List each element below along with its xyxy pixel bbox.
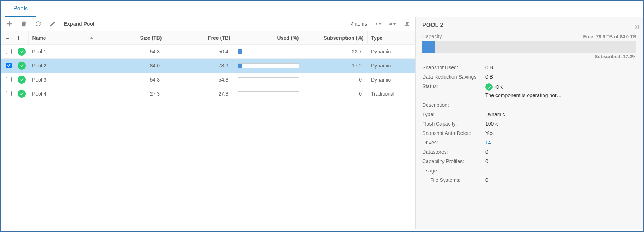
status-message: The component is operating nor… (422, 92, 636, 98)
drives-label: Drives: (422, 140, 485, 145)
refresh-icon[interactable] (35, 21, 41, 27)
table-row[interactable]: Pool 284.078.917.2Dynamic (1, 58, 415, 73)
col-used-header[interactable]: Used (%) (234, 31, 303, 45)
sort-asc-icon (90, 36, 93, 39)
capacity-free-text: Free: 78.9 TB of 84.0 TB (583, 34, 636, 39)
status-ok-icon (18, 62, 26, 70)
autodelete-value: Yes (485, 130, 494, 136)
status-label: Status: (422, 83, 485, 91)
row-name: Pool 2 (28, 58, 97, 73)
col-status-header[interactable]: ! (14, 31, 28, 45)
status-ok-icon (485, 83, 493, 91)
type-value: Dynamic (485, 111, 505, 117)
row-sub: 0 (303, 73, 367, 87)
edit-icon[interactable] (49, 21, 56, 27)
snapshot-used-value: 0 B (485, 65, 493, 70)
status-ok-icon (18, 48, 26, 56)
snapshot-used-label: Snapshot Used: (422, 65, 485, 70)
filesystems-label: File Systems: (422, 177, 485, 183)
subscribed-text: Subscribed: 17.2% (422, 54, 636, 59)
datastores-value: 0 (485, 149, 488, 155)
delete-icon[interactable] (21, 21, 27, 27)
row-free: 50.4 (166, 44, 234, 58)
row-checkbox[interactable] (6, 49, 12, 54)
row-type: Dynamic (367, 58, 415, 73)
col-free-header[interactable]: Free (TB) (166, 31, 234, 45)
row-sub: 17.2 (303, 58, 367, 73)
row-size: 54.3 (97, 44, 166, 58)
export-icon[interactable] (404, 21, 410, 27)
capacity-fill (422, 41, 435, 53)
table-row[interactable]: Pool 427.327.30Traditional (1, 87, 415, 101)
select-all-checkbox[interactable] (5, 36, 10, 41)
table-row[interactable]: Pool 154.350.422.7Dynamic (1, 44, 415, 58)
gear-icon[interactable] (389, 21, 396, 27)
flash-label: Flash Capacity: (422, 121, 485, 127)
item-count: 4 items (351, 21, 367, 27)
row-checkbox[interactable] (6, 91, 12, 96)
tab-pools[interactable]: Pools (5, 1, 36, 17)
profiles-value: 0 (485, 158, 488, 164)
row-name: Pool 1 (28, 44, 97, 58)
row-checkbox[interactable] (6, 63, 12, 68)
flash-value: 100% (485, 121, 498, 127)
detail-title: POOL 2 (422, 22, 636, 29)
row-name: Pool 3 (28, 73, 97, 87)
row-checkbox[interactable] (6, 77, 12, 82)
data-reduction-value: 0 B (485, 74, 493, 80)
add-icon[interactable] (6, 21, 13, 27)
usage-bar (238, 91, 299, 96)
row-size: 84.0 (97, 58, 166, 73)
profiles-label: Capability Profiles: (422, 158, 485, 164)
usage-bar (238, 77, 299, 82)
col-name-header[interactable]: Name (28, 31, 97, 45)
filesystems-value: 0 (485, 177, 488, 183)
col-type-header[interactable]: Type (367, 31, 415, 45)
type-label: Type: (422, 111, 485, 117)
autodelete-label: Snapshot Auto-Delete: (422, 130, 485, 136)
status-ok-icon (18, 90, 26, 98)
drives-value[interactable]: 14 (485, 140, 491, 145)
row-free: 54.3 (166, 73, 234, 87)
col-size-header[interactable]: Size (TB) (97, 31, 166, 45)
row-free: 78.9 (166, 58, 234, 73)
row-sub: 22.7 (303, 44, 367, 58)
row-size: 54.3 (97, 73, 166, 87)
usage-label: Usage: (422, 168, 485, 174)
row-name: Pool 4 (28, 87, 97, 101)
row-type: Dynamic (367, 73, 415, 87)
row-type: Dynamic (367, 44, 415, 58)
row-type: Traditional (367, 87, 415, 101)
capacity-label: Capacity (422, 34, 442, 39)
col-name-label: Name (32, 35, 46, 41)
col-sub-header[interactable]: Subscription (%) (303, 31, 367, 45)
pools-table: ! Name Size (TB) Free (TB) Used (%) Subs… (1, 31, 415, 101)
description-label: Description: (422, 102, 485, 108)
usage-bar (238, 63, 299, 68)
table-row[interactable]: Pool 354.354.30Dynamic (1, 73, 415, 87)
status-text: OK (495, 84, 503, 90)
row-sub: 0 (303, 87, 367, 101)
expand-pool-button[interactable]: Expand Pool (64, 21, 94, 27)
data-reduction-label: Data Reduction Savings: (422, 74, 485, 80)
filter-icon[interactable] (375, 21, 381, 27)
datastores-label: Datastores: (422, 149, 485, 155)
collapse-panel-icon[interactable]: » (634, 21, 640, 32)
row-free: 27.3 (166, 87, 234, 101)
row-size: 27.3 (97, 87, 166, 101)
capacity-bar (422, 41, 636, 53)
status-ok-icon (18, 76, 26, 84)
usage-bar (238, 49, 299, 54)
